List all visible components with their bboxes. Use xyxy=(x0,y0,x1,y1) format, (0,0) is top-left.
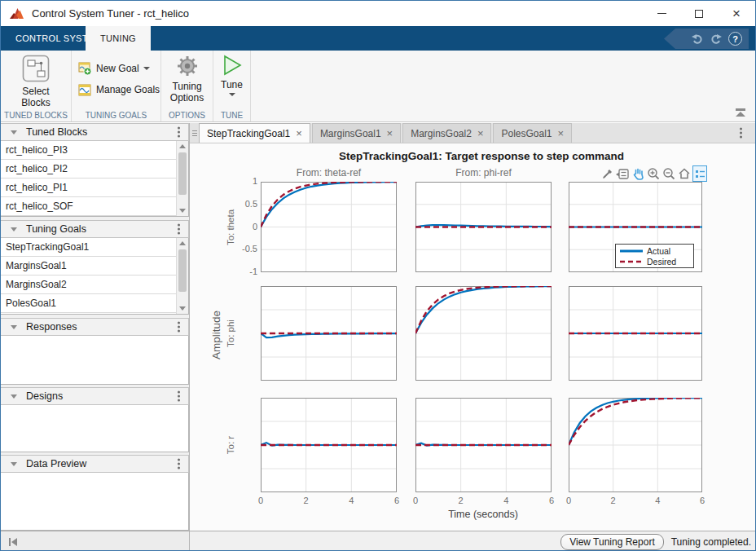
drag-handle-icon[interactable] xyxy=(190,123,199,143)
list-item[interactable]: rct_helico_SOF xyxy=(1,197,188,216)
list-item[interactable]: StepTrackingGoal1 xyxy=(1,238,188,257)
collapse-ribbon-button[interactable] xyxy=(734,108,747,117)
scroll-up-icon[interactable] xyxy=(177,141,188,152)
manage-goals-button[interactable]: Manage Goals xyxy=(78,82,160,98)
zoom-in-icon[interactable] xyxy=(646,165,661,182)
ribbon-toolbar: Select Blocks TUNED BLOCKS New Goal xyxy=(1,51,755,122)
x-tick-label: 2 xyxy=(604,496,623,505)
doc-tab-marginsgoal1[interactable]: MarginsGoal1 × xyxy=(312,123,401,143)
scroll-up-icon[interactable] xyxy=(177,238,188,249)
chart-title: StepTrackingGoal1: Target response to st… xyxy=(261,150,702,162)
panel-list-data-preview xyxy=(1,473,189,531)
plot-cell-1-0[interactable] xyxy=(261,286,397,381)
list-item[interactable]: MarginsGoal1 xyxy=(1,257,188,276)
brush-icon[interactable] xyxy=(600,165,614,182)
plot-cell-1-1[interactable] xyxy=(415,286,552,381)
doc-tab-steptrackinggoal1[interactable]: StepTrackingGoal1 × xyxy=(199,123,310,143)
new-goal-dropdown-icon xyxy=(143,67,150,70)
legend-entry: Actual xyxy=(619,245,690,256)
close-tab-icon[interactable]: × xyxy=(387,128,393,139)
panel-header-data-preview[interactable]: Data Preview xyxy=(1,455,189,473)
close-tab-icon[interactable]: × xyxy=(296,128,302,139)
status-message: Tuning completed. xyxy=(671,536,751,548)
zoom-out-icon[interactable] xyxy=(662,165,676,182)
doc-tab-label: MarginsGoal1 xyxy=(320,128,381,139)
window-title: Control System Tuner - rct_helico xyxy=(32,7,189,20)
group-tune: Tune TUNE xyxy=(213,51,251,121)
panel-menu-button[interactable] xyxy=(176,223,182,236)
list-item[interactable]: rct_helico_PI1 xyxy=(1,179,188,197)
view-tuning-report-button[interactable]: View Tuning Report xyxy=(560,534,664,550)
group-label-tune: TUNE xyxy=(213,111,250,120)
tab-bar-menu-button[interactable] xyxy=(738,126,744,140)
panel-header-designs[interactable]: Designs xyxy=(1,387,189,405)
solid-line-sample-icon xyxy=(619,248,644,254)
panel-title: Designs xyxy=(26,390,63,402)
legend-toggle-icon[interactable] xyxy=(692,165,707,182)
panel-list-tuning-goals: StepTrackingGoal1MarginsGoal1MarginsGoal… xyxy=(1,238,189,315)
doc-tab-marginsgoal2[interactable]: MarginsGoal2 × xyxy=(402,123,491,143)
tune-button[interactable]: Tune xyxy=(213,54,250,96)
collapse-triangle-icon xyxy=(11,325,17,329)
group-label-tuned-blocks: TUNED BLOCKS xyxy=(1,111,71,120)
close-tab-icon[interactable]: × xyxy=(558,128,565,139)
legend-label: Actual xyxy=(647,246,670,256)
plot-cell-2-0[interactable] xyxy=(261,398,397,492)
list-item[interactable]: rct_helico_PI2 xyxy=(1,160,188,179)
collapse-sidebar-icon[interactable] xyxy=(7,536,19,548)
control-system-tuner-window: Control System Tuner - rct_helico × CONT… xyxy=(0,0,756,551)
scrollbar[interactable] xyxy=(176,141,188,216)
minimize-button[interactable] xyxy=(643,1,680,26)
title-bar: Control System Tuner - rct_helico × xyxy=(1,1,755,26)
y-axis-label: Amplitude xyxy=(210,286,223,384)
legend-entry: Desired xyxy=(619,256,690,267)
new-goal-label: New Goal xyxy=(96,63,139,74)
new-goal-button[interactable]: New Goal xyxy=(78,60,150,77)
close-tab-icon[interactable]: × xyxy=(477,128,484,139)
panel-header-tuned-blocks[interactable]: Tuned Blocks xyxy=(1,123,189,141)
scroll-thumb[interactable] xyxy=(178,249,187,292)
legend[interactable]: ActualDesired xyxy=(615,244,694,268)
maximize-button[interactable] xyxy=(680,1,718,26)
panel-header-responses[interactable]: Responses xyxy=(1,318,189,336)
panel-menu-button[interactable] xyxy=(176,126,182,139)
group-options: Tuning Options OPTIONS xyxy=(161,51,213,121)
tuning-options-button[interactable]: Tuning Options xyxy=(161,54,213,104)
y-tick-label: 0.5 xyxy=(222,199,257,209)
datatip-icon[interactable] xyxy=(615,165,630,182)
help-icon[interactable]: ? xyxy=(728,32,742,46)
collapse-triangle-icon xyxy=(11,462,17,466)
plot-cell-0-0[interactable] xyxy=(261,182,397,272)
x-tick-label: 6 xyxy=(387,496,407,505)
quick-access-toolbar: ? xyxy=(664,29,749,49)
plot-cell-1-2[interactable] xyxy=(569,286,702,381)
scrollbar[interactable] xyxy=(176,238,188,314)
list-item[interactable]: MarginsGoal2 xyxy=(1,276,188,294)
x-tick-label: 2 xyxy=(451,496,471,505)
doc-tab-polesgoal1[interactable]: PolesGoal1 × xyxy=(493,123,572,143)
panel-list-responses xyxy=(1,336,189,385)
undo-icon[interactable] xyxy=(691,33,704,45)
x-tick-label: 0 xyxy=(559,496,578,505)
redo-icon[interactable] xyxy=(710,33,723,45)
select-blocks-button[interactable]: Select Blocks xyxy=(1,54,71,108)
gear-icon xyxy=(175,54,200,78)
status-bar: View Tuning Report Tuning completed. xyxy=(1,531,755,551)
list-item[interactable]: rct_helico_PI3 xyxy=(1,141,188,160)
plot-cell-2-2[interactable] xyxy=(569,398,702,492)
plot-cell-2-1[interactable] xyxy=(415,398,552,492)
scroll-thumb[interactable] xyxy=(178,152,187,195)
panel-menu-button[interactable] xyxy=(176,390,182,403)
pan-icon[interactable] xyxy=(631,165,645,182)
y-tick-label: 1 xyxy=(222,176,257,186)
panel-header-tuning-goals[interactable]: Tuning Goals xyxy=(1,220,189,238)
tab-tuning[interactable]: TUNING xyxy=(86,26,151,51)
panel-menu-button[interactable] xyxy=(176,457,182,471)
panel-menu-button[interactable] xyxy=(176,320,182,334)
scroll-down-icon[interactable] xyxy=(177,205,188,216)
home-icon[interactable] xyxy=(677,165,692,182)
close-button[interactable]: × xyxy=(718,1,755,26)
scroll-down-icon[interactable] xyxy=(177,303,188,314)
list-item[interactable]: PolesGoal1 xyxy=(1,294,188,313)
plot-cell-0-1[interactable] xyxy=(415,182,552,272)
